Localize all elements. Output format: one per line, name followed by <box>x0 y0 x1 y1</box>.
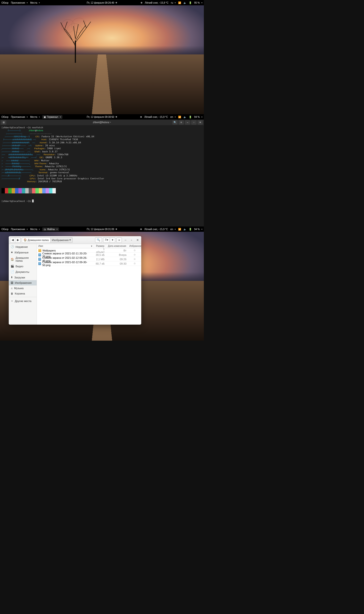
volume-icon[interactable]: 🔈 <box>183 116 186 118</box>
terminal-titlebar: ⊞ zhbert@fedora:~ 🔍 ≡ – ▫ ✕ <box>0 120 204 125</box>
sidebar-item[interactable]: ＋Другие места <box>9 298 37 304</box>
file-name: Снимок экрана от 2021-02-12 09-30-50.png <box>42 261 92 266</box>
search-button[interactable]: 🔍 <box>172 120 178 125</box>
view-mode-button[interactable]: ⠿▾ <box>103 237 110 243</box>
weather-indicator[interactable]: Лёгкий снег, −15,9 °C <box>144 116 168 118</box>
places-menu[interactable]: Места <box>30 228 40 231</box>
hamburger-menu-button[interactable]: ≡ <box>117 237 122 243</box>
sidebar-icon: ★ <box>11 251 13 254</box>
applications-menu[interactable]: Приложения <box>11 1 28 4</box>
overview-button[interactable]: Обзор <box>1 116 9 118</box>
svg-point-0 <box>61 19 75 33</box>
notification-dot-icon <box>116 2 117 3</box>
sidebar-item[interactable]: ♫Музыка <box>9 285 37 291</box>
column-fav[interactable]: Избранное <box>128 244 141 248</box>
files-content: Имя▾ Размер Дата изменения Избранное Wal… <box>37 244 141 325</box>
sidebar-label: Другие места <box>15 300 32 303</box>
top-panel: Обзор Приложения Места 🗂Файлы Пт, 12 фев… <box>0 226 204 232</box>
keyboard-layout[interactable]: en <box>170 228 176 231</box>
sidebar-item[interactable]: 🏠Домашняя папка <box>9 255 37 263</box>
weather-indicator[interactable]: Лёгкий снег, −15,9 °C <box>144 228 168 231</box>
files-sidebar: 🕑Недавние★Избранные🏠Домашняя папка🎬Видео… <box>9 244 37 325</box>
network-icon[interactable]: 📶 <box>178 228 181 231</box>
color-swatches <box>1 188 202 193</box>
battery-icon: 🔋 <box>189 116 192 118</box>
volume-icon[interactable]: 🔈 <box>183 1 186 4</box>
volume-icon[interactable]: 🔈 <box>183 228 186 231</box>
notification-dot-icon <box>116 116 117 118</box>
sidebar-item[interactable]: ★Избранные <box>9 250 37 255</box>
hamburger-menu-button[interactable]: ≡ <box>179 120 184 125</box>
minimize-button[interactable]: – <box>185 120 190 125</box>
network-icon[interactable]: 📶 <box>178 1 181 4</box>
places-menu[interactable]: Места <box>30 116 40 118</box>
battery-percent[interactable]: 94 % <box>194 116 202 118</box>
sidebar-item[interactable]: 🖼Изображения <box>9 280 37 285</box>
image-icon <box>38 258 41 261</box>
file-date: 09:26 <box>106 258 128 261</box>
new-tab-button[interactable]: ⊞ <box>1 120 6 125</box>
weather-indicator[interactable]: Лёгкий снег, −15,9 °C <box>145 1 169 4</box>
applications-menu[interactable]: Приложения <box>11 116 28 118</box>
close-button[interactable]: ✕ <box>197 120 203 125</box>
terminal-title: zhbert@fedora:~ <box>93 121 111 124</box>
battery-percent[interactable]: 94 % <box>194 228 202 231</box>
keyboard-layout[interactable]: ru <box>171 1 176 4</box>
back-button[interactable]: ◀ <box>10 237 15 243</box>
sidebar-item[interactable]: ⬇Загрузки <box>9 275 37 280</box>
terminal-icon: ▣ <box>44 116 46 118</box>
maximize-button[interactable]: ▫ <box>129 238 134 242</box>
clock[interactable]: Пт, 12 февраля 09:30:50 <box>87 116 114 118</box>
sidebar-label: Видео <box>15 265 23 268</box>
sidebar-icon: 🗑 <box>11 292 13 295</box>
sidebar-label: Домашняя папка <box>15 256 35 262</box>
overview-button[interactable]: Обзор <box>1 228 9 231</box>
file-size: 80,7 кБ <box>94 262 106 265</box>
sidebar-item[interactable]: 🗑Корзина <box>9 291 37 296</box>
maximize-button[interactable]: ▫ <box>191 120 196 125</box>
tree-icon <box>57 16 94 65</box>
sidebar-label: Изображения <box>15 281 32 284</box>
close-button[interactable]: ✕ <box>135 238 140 242</box>
favorite-toggle[interactable]: ☆ <box>128 262 141 265</box>
column-name[interactable]: Имя▾ <box>37 244 94 248</box>
battery-icon: 🔋 <box>189 228 192 231</box>
keyboard-layout[interactable]: en <box>170 116 176 118</box>
forward-button[interactable]: ▶ <box>15 237 21 243</box>
app-menu-files[interactable]: 🗂Файлы <box>42 227 59 231</box>
places-menu[interactable]: Места <box>30 1 40 4</box>
minimize-button[interactable]: – <box>123 238 128 242</box>
crumb-current[interactable]: Изображения ▾ <box>51 237 73 243</box>
files-icon: 🗂 <box>44 228 46 231</box>
sidebar-label: Недавние <box>15 245 28 248</box>
favorite-toggle[interactable]: ☆ <box>128 258 141 261</box>
weather-icon: ❄ <box>140 228 142 231</box>
applications-menu[interactable]: Приложения <box>11 228 28 231</box>
crumb-home[interactable]: 🏠 Домашняя папка <box>22 237 51 243</box>
sidebar-label: Документы <box>15 270 29 273</box>
sidebar-item[interactable]: 📄Документы <box>9 269 37 275</box>
sidebar-label: Избранные <box>14 251 29 254</box>
sidebar-item[interactable]: 🎬Видео <box>9 263 37 269</box>
favorite-toggle[interactable]: ☆ <box>128 249 141 252</box>
sidebar-item[interactable]: 🕑Недавние <box>9 244 37 250</box>
terminal-output[interactable]: [zhbert@localhost ~]$ neofetch /:-------… <box>0 125 204 226</box>
weather-icon: ❄ <box>140 116 142 118</box>
favorite-toggle[interactable]: ☆ <box>128 253 141 256</box>
sidebar-label: Загрузки <box>14 276 25 279</box>
view-options-button[interactable]: ▾ <box>110 237 115 243</box>
top-panel: Обзор Приложения Места ▣Терминал Пт, 12 … <box>0 114 204 120</box>
clock[interactable]: Пт, 12 февраля 09:26:49 <box>87 1 114 4</box>
app-menu-terminal[interactable]: ▣Терминал <box>42 115 62 119</box>
files-window: ◀ ▶ 🏠 Домашняя папка Изображения ▾ 🔍 ⠿▾ … <box>9 236 141 325</box>
file-size: 1 объект <box>94 248 106 253</box>
files-headerbar: ◀ ▶ 🏠 Домашняя папка Изображения ▾ 🔍 ⠿▾ … <box>9 236 141 244</box>
battery-percent[interactable]: 95 % <box>194 1 202 4</box>
clock[interactable]: Пт, 12 февраля 09:31:09 <box>87 228 114 231</box>
column-date[interactable]: Дата изменения <box>106 244 128 248</box>
sidebar-label: Корзина <box>15 292 25 295</box>
overview-button[interactable]: Обзор <box>1 1 9 4</box>
file-row[interactable]: Снимок экрана от 2021-02-12 09-30-50.png… <box>37 262 141 266</box>
search-button[interactable]: 🔍 <box>95 237 102 243</box>
network-icon[interactable]: 📶 <box>178 116 181 118</box>
